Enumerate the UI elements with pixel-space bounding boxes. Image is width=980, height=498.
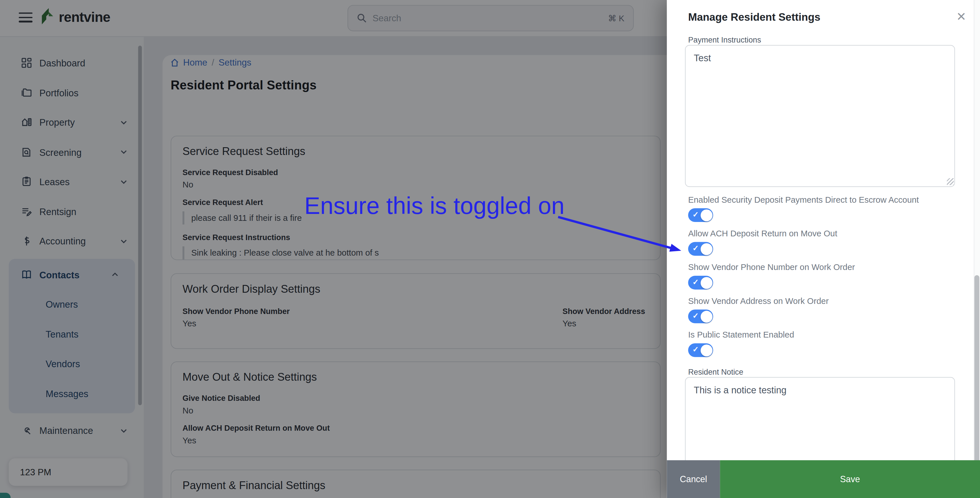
payment-instructions-label: Payment Instructions xyxy=(688,36,761,44)
modal-backdrop[interactable] xyxy=(0,0,667,498)
toggle-knob xyxy=(700,344,712,356)
toggle-knob xyxy=(700,276,712,288)
toggle-ach-deposit-return[interactable]: ✓ xyxy=(688,242,713,256)
toggle-knob xyxy=(700,243,712,255)
toggle-knob xyxy=(700,311,712,322)
modal-title: Manage Resident Settings xyxy=(688,11,820,24)
cancel-button[interactable]: Cancel xyxy=(667,460,720,498)
annotation-text: Ensure this is toggled on xyxy=(304,193,565,220)
toggle-label: Allow ACH Deposit Return on Move Out xyxy=(688,229,837,238)
app-window: rentvine Search ⌘ K Dashboard xyxy=(0,0,980,498)
toggle-label: Show Vendor Phone Number on Work Order xyxy=(688,262,855,272)
check-icon: ✓ xyxy=(693,244,699,252)
manage-resident-settings-modal: Manage Resident Settings ✕ Payment Instr… xyxy=(667,0,980,498)
check-icon: ✓ xyxy=(693,278,699,286)
check-icon: ✓ xyxy=(693,345,699,354)
close-icon[interactable]: ✕ xyxy=(956,10,966,24)
toggle-label: Show Vendor Address on Work Order xyxy=(688,297,829,306)
textarea-resize-handle[interactable] xyxy=(947,178,954,185)
modal-footer: Cancel Save xyxy=(667,460,980,498)
toggle-label: Enabled Security Deposit Payments Direct… xyxy=(688,195,919,205)
toggle-vendor-address[interactable]: ✓ xyxy=(688,310,713,323)
toggle-vendor-phone[interactable]: ✓ xyxy=(688,276,713,289)
check-icon: ✓ xyxy=(693,311,699,320)
check-icon: ✓ xyxy=(693,210,699,219)
toggle-label: Is Public Statement Enabled xyxy=(688,330,794,340)
resident-notice-label: Resident Notice xyxy=(688,368,743,377)
payment-instructions-textarea[interactable]: Test xyxy=(685,45,955,187)
modal-scrollbar-thumb[interactable] xyxy=(974,275,979,471)
save-button[interactable]: Save xyxy=(720,460,980,498)
toggle-knob xyxy=(700,209,712,221)
toggle-public-statement[interactable]: ✓ xyxy=(688,343,713,357)
toggle-escrow-account[interactable]: ✓ xyxy=(688,208,713,222)
